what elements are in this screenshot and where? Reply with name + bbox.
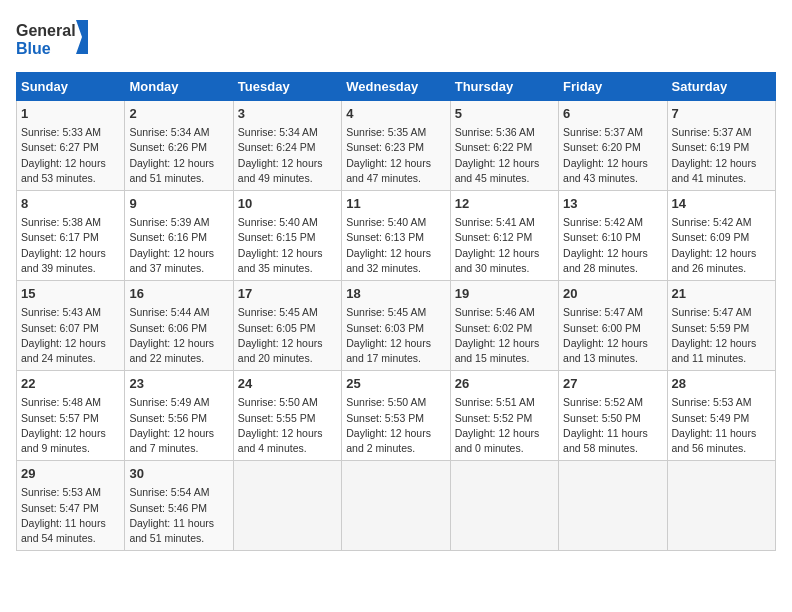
day-info: Sunrise: 5:46 AMSunset: 6:02 PMDaylight:…: [455, 305, 554, 366]
day-number: 8: [21, 195, 120, 213]
calendar-day-cell: [667, 461, 775, 551]
day-number: 27: [563, 375, 662, 393]
day-number: 16: [129, 285, 228, 303]
day-number: 7: [672, 105, 771, 123]
svg-text:Blue: Blue: [16, 40, 51, 57]
day-info: Sunrise: 5:42 AMSunset: 6:09 PMDaylight:…: [672, 215, 771, 276]
day-info: Sunrise: 5:34 AMSunset: 6:26 PMDaylight:…: [129, 125, 228, 186]
calendar-day-cell: 29Sunrise: 5:53 AMSunset: 5:47 PMDayligh…: [17, 461, 125, 551]
day-number: 5: [455, 105, 554, 123]
day-info: Sunrise: 5:41 AMSunset: 6:12 PMDaylight:…: [455, 215, 554, 276]
calendar-day-cell: [450, 461, 558, 551]
calendar-day-cell: 20Sunrise: 5:47 AMSunset: 6:00 PMDayligh…: [559, 281, 667, 371]
day-info: Sunrise: 5:45 AMSunset: 6:05 PMDaylight:…: [238, 305, 337, 366]
calendar-day-cell: 9Sunrise: 5:39 AMSunset: 6:16 PMDaylight…: [125, 191, 233, 281]
day-info: Sunrise: 5:39 AMSunset: 6:16 PMDaylight:…: [129, 215, 228, 276]
day-info: Sunrise: 5:40 AMSunset: 6:13 PMDaylight:…: [346, 215, 445, 276]
day-number: 14: [672, 195, 771, 213]
calendar-day-cell: 12Sunrise: 5:41 AMSunset: 6:12 PMDayligh…: [450, 191, 558, 281]
day-info: Sunrise: 5:51 AMSunset: 5:52 PMDaylight:…: [455, 395, 554, 456]
day-number: 23: [129, 375, 228, 393]
calendar-day-cell: 28Sunrise: 5:53 AMSunset: 5:49 PMDayligh…: [667, 371, 775, 461]
day-number: 1: [21, 105, 120, 123]
svg-marker-2: [76, 20, 88, 54]
calendar-day-cell: 30Sunrise: 5:54 AMSunset: 5:46 PMDayligh…: [125, 461, 233, 551]
calendar-week-row: 15Sunrise: 5:43 AMSunset: 6:07 PMDayligh…: [17, 281, 776, 371]
day-number: 3: [238, 105, 337, 123]
day-number: 29: [21, 465, 120, 483]
calendar-day-cell: 24Sunrise: 5:50 AMSunset: 5:55 PMDayligh…: [233, 371, 341, 461]
calendar-day-cell: 25Sunrise: 5:50 AMSunset: 5:53 PMDayligh…: [342, 371, 450, 461]
calendar-day-cell: [342, 461, 450, 551]
day-number: 4: [346, 105, 445, 123]
day-info: Sunrise: 5:50 AMSunset: 5:53 PMDaylight:…: [346, 395, 445, 456]
calendar-day-cell: 18Sunrise: 5:45 AMSunset: 6:03 PMDayligh…: [342, 281, 450, 371]
day-info: Sunrise: 5:52 AMSunset: 5:50 PMDaylight:…: [563, 395, 662, 456]
calendar-day-cell: 11Sunrise: 5:40 AMSunset: 6:13 PMDayligh…: [342, 191, 450, 281]
day-number: 11: [346, 195, 445, 213]
calendar-day-cell: [233, 461, 341, 551]
day-number: 20: [563, 285, 662, 303]
weekday-header: Thursday: [450, 73, 558, 101]
calendar-day-cell: 23Sunrise: 5:49 AMSunset: 5:56 PMDayligh…: [125, 371, 233, 461]
calendar-day-cell: 1Sunrise: 5:33 AMSunset: 6:27 PMDaylight…: [17, 101, 125, 191]
calendar-week-row: 1Sunrise: 5:33 AMSunset: 6:27 PMDaylight…: [17, 101, 776, 191]
day-number: 24: [238, 375, 337, 393]
weekday-header: Friday: [559, 73, 667, 101]
weekday-header: Monday: [125, 73, 233, 101]
day-number: 12: [455, 195, 554, 213]
day-number: 13: [563, 195, 662, 213]
calendar-day-cell: 7Sunrise: 5:37 AMSunset: 6:19 PMDaylight…: [667, 101, 775, 191]
calendar-week-row: 8Sunrise: 5:38 AMSunset: 6:17 PMDaylight…: [17, 191, 776, 281]
day-number: 22: [21, 375, 120, 393]
day-info: Sunrise: 5:50 AMSunset: 5:55 PMDaylight:…: [238, 395, 337, 456]
day-info: Sunrise: 5:35 AMSunset: 6:23 PMDaylight:…: [346, 125, 445, 186]
day-info: Sunrise: 5:33 AMSunset: 6:27 PMDaylight:…: [21, 125, 120, 186]
weekday-header: Tuesday: [233, 73, 341, 101]
header-row: SundayMondayTuesdayWednesdayThursdayFrid…: [17, 73, 776, 101]
calendar-day-cell: 2Sunrise: 5:34 AMSunset: 6:26 PMDaylight…: [125, 101, 233, 191]
calendar-day-cell: 19Sunrise: 5:46 AMSunset: 6:02 PMDayligh…: [450, 281, 558, 371]
day-info: Sunrise: 5:43 AMSunset: 6:07 PMDaylight:…: [21, 305, 120, 366]
day-number: 17: [238, 285, 337, 303]
day-info: Sunrise: 5:37 AMSunset: 6:20 PMDaylight:…: [563, 125, 662, 186]
day-number: 28: [672, 375, 771, 393]
day-number: 6: [563, 105, 662, 123]
calendar-day-cell: 6Sunrise: 5:37 AMSunset: 6:20 PMDaylight…: [559, 101, 667, 191]
day-number: 25: [346, 375, 445, 393]
calendar-day-cell: 13Sunrise: 5:42 AMSunset: 6:10 PMDayligh…: [559, 191, 667, 281]
day-number: 18: [346, 285, 445, 303]
weekday-header: Sunday: [17, 73, 125, 101]
day-number: 10: [238, 195, 337, 213]
calendar-day-cell: 4Sunrise: 5:35 AMSunset: 6:23 PMDaylight…: [342, 101, 450, 191]
calendar-day-cell: 14Sunrise: 5:42 AMSunset: 6:09 PMDayligh…: [667, 191, 775, 281]
day-info: Sunrise: 5:37 AMSunset: 6:19 PMDaylight:…: [672, 125, 771, 186]
calendar-day-cell: 17Sunrise: 5:45 AMSunset: 6:05 PMDayligh…: [233, 281, 341, 371]
day-info: Sunrise: 5:36 AMSunset: 6:22 PMDaylight:…: [455, 125, 554, 186]
calendar-day-cell: 22Sunrise: 5:48 AMSunset: 5:57 PMDayligh…: [17, 371, 125, 461]
calendar-day-cell: 27Sunrise: 5:52 AMSunset: 5:50 PMDayligh…: [559, 371, 667, 461]
calendar-day-cell: 21Sunrise: 5:47 AMSunset: 5:59 PMDayligh…: [667, 281, 775, 371]
day-info: Sunrise: 5:54 AMSunset: 5:46 PMDaylight:…: [129, 485, 228, 546]
day-info: Sunrise: 5:47 AMSunset: 6:00 PMDaylight:…: [563, 305, 662, 366]
day-number: 19: [455, 285, 554, 303]
day-info: Sunrise: 5:44 AMSunset: 6:06 PMDaylight:…: [129, 305, 228, 366]
weekday-header: Saturday: [667, 73, 775, 101]
calendar-day-cell: 15Sunrise: 5:43 AMSunset: 6:07 PMDayligh…: [17, 281, 125, 371]
day-info: Sunrise: 5:47 AMSunset: 5:59 PMDaylight:…: [672, 305, 771, 366]
day-info: Sunrise: 5:53 AMSunset: 5:49 PMDaylight:…: [672, 395, 771, 456]
day-number: 30: [129, 465, 228, 483]
calendar-day-cell: 16Sunrise: 5:44 AMSunset: 6:06 PMDayligh…: [125, 281, 233, 371]
day-info: Sunrise: 5:42 AMSunset: 6:10 PMDaylight:…: [563, 215, 662, 276]
day-info: Sunrise: 5:48 AMSunset: 5:57 PMDaylight:…: [21, 395, 120, 456]
day-info: Sunrise: 5:38 AMSunset: 6:17 PMDaylight:…: [21, 215, 120, 276]
day-number: 15: [21, 285, 120, 303]
calendar-day-cell: 5Sunrise: 5:36 AMSunset: 6:22 PMDaylight…: [450, 101, 558, 191]
calendar-table: SundayMondayTuesdayWednesdayThursdayFrid…: [16, 72, 776, 551]
calendar-week-row: 22Sunrise: 5:48 AMSunset: 5:57 PMDayligh…: [17, 371, 776, 461]
day-number: 9: [129, 195, 228, 213]
day-info: Sunrise: 5:34 AMSunset: 6:24 PMDaylight:…: [238, 125, 337, 186]
logo: GeneralBlue: [16, 16, 96, 60]
day-info: Sunrise: 5:49 AMSunset: 5:56 PMDaylight:…: [129, 395, 228, 456]
logo-svg: GeneralBlue: [16, 16, 96, 60]
